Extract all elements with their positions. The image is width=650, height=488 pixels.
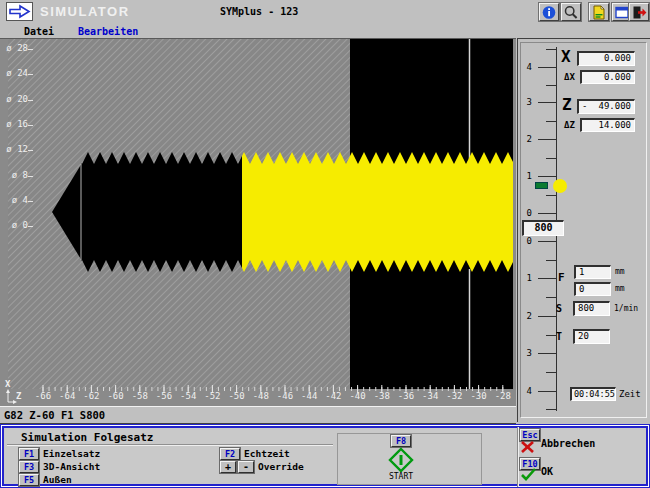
diameter-axis-label: ø 4 [2, 195, 28, 206]
z-value-box: - 49.000 [577, 99, 635, 114]
tool-value-box: 20 [573, 329, 610, 344]
z-axis-label: -50 [225, 391, 249, 401]
f1-key[interactable]: F1 [19, 448, 39, 460]
x-ruler-major-tick [538, 176, 557, 177]
tool-value: 20 [578, 331, 589, 342]
f2-key[interactable]: F2 [220, 448, 240, 460]
override-label: Override [258, 461, 304, 473]
z-axis-label: -30 [467, 391, 491, 401]
menu-item-datei[interactable]: Datei [24, 25, 54, 38]
f3-label: 3D-Ansicht [43, 461, 100, 473]
coordinate-axes-icon [3, 389, 17, 404]
time-label: Zeit [619, 389, 641, 399]
speed-label: S [556, 303, 562, 314]
exit-icon [631, 5, 647, 20]
z-axis-label: -46 [273, 391, 297, 401]
axis-icon-x-label: X [5, 379, 10, 389]
x-ruler-major-tick [538, 139, 557, 140]
x-ruler-label: 4 [520, 386, 532, 396]
info-icon [541, 5, 557, 20]
f3-key[interactable]: F3 [19, 461, 39, 473]
diameter-axis-label: ø 28 [2, 43, 28, 54]
delta-x-value-box: 0.000 [580, 70, 635, 84]
app-name: SIMULATOR [40, 0, 130, 24]
diameter-axis-label: ø 20 [2, 94, 28, 105]
tool-tip-marker [553, 179, 567, 193]
x-ruler-label: 0 [520, 236, 532, 246]
z-axis-label: -34 [418, 391, 442, 401]
menu-bar: Datei Bearbeiten [0, 24, 650, 38]
z-axis-label: -62 [79, 391, 103, 401]
z-value: 49.000 [598, 101, 631, 112]
x-value-box: 0.000 [577, 51, 635, 66]
cancel-label: Abbrechen [541, 438, 595, 450]
softkey-panel: Simulation Folgesatz F1 Einzelsatz F3 3D… [0, 424, 650, 488]
diameter-axis-tick [28, 176, 33, 177]
time-value-box: 00:04:55 [570, 387, 616, 401]
x-ruler-minor-tick [546, 158, 557, 159]
x-ruler-minor-tick [546, 121, 557, 122]
diameter-axis-label: ø 24 [2, 68, 28, 79]
x-ruler-label: 2 [520, 134, 532, 144]
diameter-axis-tick [28, 125, 33, 126]
diameter-axis-label: ø 8 [2, 170, 28, 181]
exit-button[interactable] [629, 3, 649, 21]
f5-label: Außen [43, 474, 72, 486]
x-ruler-label: 0 [520, 208, 532, 218]
feed-value: 1 [579, 267, 584, 277]
material-block-top [350, 39, 513, 164]
info-button[interactable] [539, 3, 559, 21]
z-axis-label: -48 [249, 391, 273, 401]
override-minus-key[interactable]: - [238, 461, 254, 473]
diameter-axis-tick [28, 100, 33, 101]
x-ruler-label: 1 [520, 273, 532, 283]
feed-value-box: 1 [574, 265, 611, 279]
document-button[interactable] [589, 3, 609, 21]
override-plus-key[interactable]: + [220, 461, 236, 473]
tool-label: T [556, 331, 562, 342]
zoom-icon [563, 5, 579, 20]
z-axis-label: -58 [128, 391, 152, 401]
diameter-axis-tick [28, 201, 33, 202]
document-title: SYMplus - 123 [220, 0, 298, 24]
f2-label: Echtzeit [244, 448, 290, 460]
zoom-button[interactable] [561, 3, 581, 21]
x-ruler-major-tick [538, 67, 557, 68]
x-ruler-minor-tick [546, 195, 557, 196]
menu-item-bearbeiten[interactable]: Bearbeiten [78, 25, 138, 38]
z-axis-label: -44 [297, 391, 321, 401]
machining-view: ø 28ø 24ø 20ø 16ø 12ø 8ø 4ø 0 -66-64-62-… [0, 38, 516, 406]
z-axis-label: -40 [346, 391, 370, 401]
x-ruler-minor-tick [546, 85, 557, 86]
feed-actual-box: 0 [574, 282, 611, 296]
delta-z-value: 14.000 [598, 120, 631, 131]
f8-key[interactable]: F8 [391, 435, 411, 447]
ok-label: OK [541, 466, 553, 478]
delta-x-value: 0.000 [604, 72, 631, 83]
z-axis-label: Z [562, 95, 572, 114]
diameter-axis-label: ø 12 [2, 144, 28, 155]
x-ruler-minor-tick [546, 409, 557, 410]
feed-label: F [558, 271, 565, 284]
z-axis-label: -60 [104, 391, 128, 401]
z-axis-label: -42 [321, 391, 345, 401]
z-axis-label: -28 [491, 391, 515, 401]
x-ruler-label: 4 [520, 62, 532, 72]
start-label: START [385, 472, 417, 481]
z-axis-label: -32 [442, 391, 466, 401]
x-value: 0.000 [604, 53, 631, 64]
diameter-axis-tick [28, 74, 33, 75]
diameter-axis-tick [28, 150, 33, 151]
x-ruler-label: 1 [520, 171, 532, 181]
start-icon[interactable] [388, 447, 414, 473]
f5-key[interactable]: F5 [19, 474, 39, 486]
diameter-axis-tick [28, 49, 33, 50]
x-ruler-minor-tick [546, 260, 557, 261]
z-value-sign: - [582, 101, 587, 112]
x-ruler-minor-tick [546, 49, 557, 50]
x-ruler-major-tick [538, 102, 557, 103]
axis-icon-z-label: Z [16, 391, 21, 401]
delta-z-value-box: 14.000 [580, 118, 635, 132]
feed-actual-value: 0 [579, 284, 584, 294]
x-ruler-major-tick [538, 213, 557, 214]
